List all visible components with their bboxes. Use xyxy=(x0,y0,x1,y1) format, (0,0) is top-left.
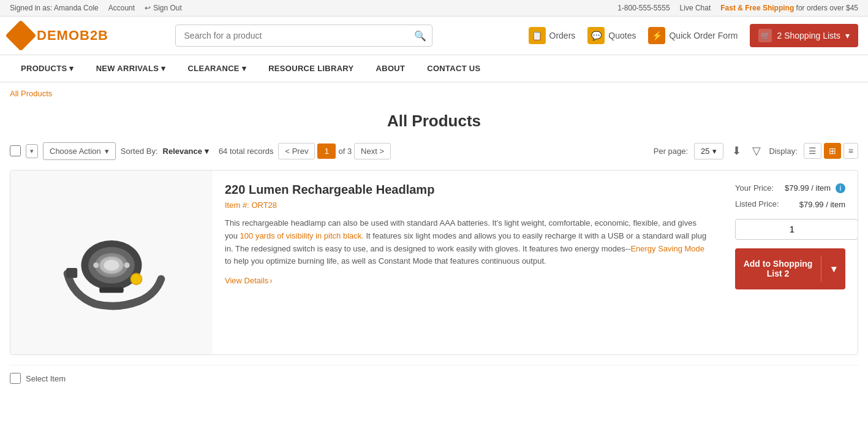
quotes-link[interactable]: 💬 Quotes xyxy=(587,27,636,44)
add-to-list-label: Add to Shopping List 2 xyxy=(735,259,821,278)
signout-arrow-icon: ↩ xyxy=(145,4,151,12)
shopping-lists-label: 2 Shopping Lists xyxy=(777,31,840,40)
signout-link[interactable]: ↩ Sign Out xyxy=(145,4,182,12)
listed-price-label: Listed Price: xyxy=(735,199,779,208)
your-price-label: Your Price: xyxy=(735,183,774,193)
per-page-chevron-icon: ▾ xyxy=(712,147,717,156)
shipping-promo-rest: for orders over $45 xyxy=(794,4,858,12)
listed-price-row: Listed Price: $79.99 / item xyxy=(735,199,845,209)
your-price-row: Your Price: $79.99 / item i xyxy=(735,183,845,193)
your-price-value: $79.99 / item i xyxy=(785,183,845,193)
sorted-by-label: Sorted By: xyxy=(121,147,158,156)
breadcrumb: All Products xyxy=(0,83,868,104)
sort-chevron-icon: ▾ xyxy=(205,147,209,156)
svg-rect-0 xyxy=(66,268,77,278)
shopping-lists-button[interactable]: 🛒 2 Shopping Lists ▾ xyxy=(750,24,858,47)
orders-icon: 📋 xyxy=(529,27,546,44)
select-item-row: Select Item xyxy=(10,365,858,386)
pagination: < Prev 1 of 3 Next > xyxy=(278,143,391,159)
compact-view-button[interactable]: ≡ xyxy=(843,143,858,159)
svg-point-6 xyxy=(93,262,99,268)
toolbar: ▾ Choose Action ▾ Sorted By: Relevance ▾… xyxy=(10,142,858,160)
display-icons: ☰ ⊞ ≡ xyxy=(804,143,858,159)
search-button[interactable]: 🔍 xyxy=(414,30,426,42)
current-page: 1 xyxy=(317,143,336,159)
listed-price-value: $79.99 / item xyxy=(799,199,845,209)
top-bar-right: 1-800-555-5555 Live Chat Fast & Free Shi… xyxy=(617,4,858,12)
page-of-label: of 3 xyxy=(338,147,352,156)
quotes-label: Quotes xyxy=(608,31,636,40)
select-item-checkbox[interactable] xyxy=(10,373,21,384)
phone-number: 1-800-555-5555 xyxy=(617,4,670,12)
grid-view-button[interactable]: ⊞ xyxy=(824,143,841,159)
product-title: 220 Lumen Rechargeable Headlamp xyxy=(225,183,711,197)
toolbar-right: Per page: 25 ▾ ⬇ ▽ Display: ☰ ⊞ ≡ xyxy=(654,142,858,160)
desc-highlight-1: 100 yards of visibility in pitch black. xyxy=(240,231,364,240)
top-bar: Signed in as: Amanda Cole Account ↩ Sign… xyxy=(0,0,868,17)
orders-link[interactable]: 📋 Orders xyxy=(529,27,576,44)
page-title: All Products xyxy=(10,112,858,131)
item-num-label: Item #: xyxy=(225,201,249,210)
download-button[interactable]: ⬇ xyxy=(730,142,744,160)
view-details-label: View Details xyxy=(225,276,268,285)
nav-item-resource-library[interactable]: RESOURCE LIBRARY xyxy=(257,55,364,83)
desc-highlight-2: Energy Saving Mode xyxy=(630,244,704,253)
logo-link[interactable]: DEMOB2B xyxy=(10,25,108,47)
svg-point-5 xyxy=(104,260,119,271)
qty-row: item ▾ xyxy=(735,219,845,240)
quantity-input[interactable] xyxy=(735,219,858,240)
shopping-lists-chevron-icon: ▾ xyxy=(845,31,850,40)
total-records: 64 total records xyxy=(219,147,274,156)
header: DEMOB2B 🔍 📋 Orders 💬 Quotes ⚡ Quick Orde… xyxy=(0,17,868,55)
search-input[interactable] xyxy=(175,25,432,47)
choose-action-chevron-icon: ▾ xyxy=(105,147,109,156)
filter-button[interactable]: ▽ xyxy=(750,142,763,160)
select-all-dropdown-button[interactable]: ▾ xyxy=(26,144,38,158)
view-details-link[interactable]: View Details › xyxy=(225,276,273,285)
signed-in-label: Signed in as: Amanda Cole xyxy=(10,4,99,12)
nav-item-clearance[interactable]: CLEARANCE ▾ xyxy=(177,55,258,83)
choose-action-label: Choose Action xyxy=(50,147,101,156)
page-content: All Products ▾ Choose Action ▾ Sorted By… xyxy=(0,112,868,399)
quick-order-link[interactable]: ⚡ Quick Order Form xyxy=(648,27,738,44)
nav-item-contact-us[interactable]: CONTACT US xyxy=(416,55,491,83)
product-card: 220 Lumen Rechargeable Headlamp Item #: … xyxy=(10,170,858,355)
shipping-promo-bold: Fast & Free Shipping xyxy=(720,4,794,12)
breadcrumb-all-products-link[interactable]: All Products xyxy=(10,89,52,98)
logo-diamond-icon xyxy=(6,20,37,52)
next-page-button[interactable]: Next > xyxy=(354,143,391,159)
nav-item-new-arrivals[interactable]: NEW ARRIVALS ▾ xyxy=(85,55,177,83)
product-pricing: Your Price: $79.99 / item i Listed Price… xyxy=(723,170,858,354)
sort-value: Relevance xyxy=(163,147,202,156)
main-nav: PRODUCTS ▾ NEW ARRIVALS ▾ CLEARANCE ▾ RE… xyxy=(0,55,868,83)
nav-item-products[interactable]: PRODUCTS ▾ xyxy=(10,55,85,83)
chevron-down-icon: ▾ xyxy=(242,64,246,73)
product-image xyxy=(50,207,173,318)
select-all-checkbox[interactable] xyxy=(10,145,21,156)
top-bar-left: Signed in as: Amanda Cole Account ↩ Sign… xyxy=(10,4,182,12)
item-num-value: ORT28 xyxy=(251,201,277,210)
nav-item-about[interactable]: ABOUT xyxy=(365,55,417,83)
per-page-select[interactable]: 25 ▾ xyxy=(694,143,723,159)
quotes-icon: 💬 xyxy=(587,27,605,44)
list-view-button[interactable]: ☰ xyxy=(804,143,821,159)
chevron-down-icon: ▾ xyxy=(69,64,74,73)
select-item-label: Select Item xyxy=(26,374,66,383)
price-info-icon[interactable]: i xyxy=(836,183,845,193)
account-link[interactable]: Account xyxy=(108,4,135,12)
logo-text: DEMOB2B xyxy=(37,28,108,44)
svg-point-8 xyxy=(131,273,142,285)
shipping-promo: Fast & Free Shipping for orders over $45 xyxy=(720,4,858,12)
shopping-lists-icon: 🛒 xyxy=(758,29,772,42)
svg-rect-9 xyxy=(99,288,124,293)
toolbar-left: ▾ Choose Action ▾ Sorted By: Relevance ▾… xyxy=(10,142,646,160)
product-item-number: Item #: ORT28 xyxy=(225,201,711,210)
add-to-shopping-list-button[interactable]: Add to Shopping List 2 ▾ xyxy=(735,248,845,289)
product-info: 220 Lumen Rechargeable Headlamp Item #: … xyxy=(213,170,723,354)
product-description: This rechargeable headlamp can also be u… xyxy=(225,217,711,268)
choose-action-dropdown[interactable]: Choose Action ▾ xyxy=(43,142,116,160)
sort-dropdown[interactable]: Relevance ▾ xyxy=(163,147,209,156)
orders-label: Orders xyxy=(549,31,576,40)
prev-page-button[interactable]: < Prev xyxy=(278,143,315,159)
live-chat-link[interactable]: Live Chat xyxy=(680,4,711,12)
